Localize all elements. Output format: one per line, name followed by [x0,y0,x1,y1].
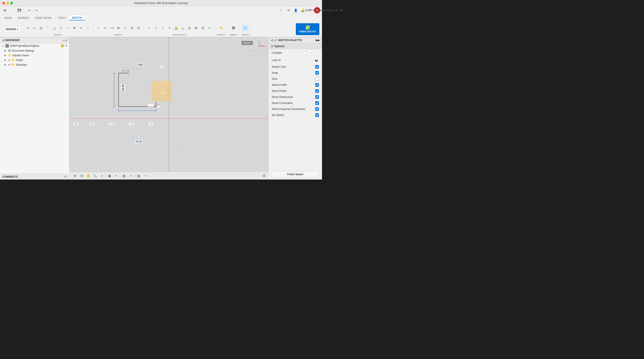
show-constraints-checkbox[interactable] [315,101,319,105]
tab-tools[interactable]: TOOLS [55,16,69,20]
file-menu-icon[interactable]: 📄 [9,7,15,14]
3d-sketch-checkbox[interactable] [315,113,319,117]
tab-surface[interactable]: SURFACE [15,16,32,20]
grid-icon[interactable]: ⊞ [2,7,8,14]
right-view-label: RIGHT [242,41,253,45]
display-mode2-dropdown-icon[interactable]: ▾ [128,173,134,179]
comments-pin-icon[interactable]: | [66,175,67,178]
trim2-icon[interactable]: ✂ [102,25,108,31]
account-icon[interactable]: 👤 [292,7,299,14]
conic-icon[interactable]: ⟊ [85,25,91,31]
fillet-icon[interactable]: ⌐ [64,25,71,31]
equal-icon[interactable]: = [153,25,159,31]
tree-item-sketches[interactable]: ▶ 👁 📁 Sketches [0,62,69,67]
palette-row-lookat: Look At 📷 [268,56,322,64]
sidebar-back-icon[interactable]: ◁ [2,39,4,42]
measure-icon[interactable]: 📏 [218,25,224,31]
tree-item-root[interactable]: ▼ SideProjectBaseOriginal... Y ⚙ [0,43,69,48]
toolbar-actions: DESIGN ▾ ↗ ▭ ◎ ⌒ △ ⊢ ⌐ ✂ ∿ ⟊ CREATE ⌐ [0,22,322,37]
offset-icon[interactable]: ⊡ [129,25,135,31]
collinear-icon[interactable]: / [160,25,166,31]
undo-icon[interactable]: ↩ [26,7,32,14]
comments-expand-icon[interactable]: + [64,175,65,178]
sidebar-header: ◁ BROWSER — | [0,37,69,43]
save-icon[interactable]: 💾 [16,7,22,14]
display-mode-dropdown-icon[interactable]: ▾ [113,173,119,179]
modify-group: ⌐ ✂ ⟶ ⊕ ⤢ ⊡ ⊘ MODIFY [94,22,144,36]
sidebar-collapse-icon[interactable]: — [62,39,65,42]
refresh-icon[interactable]: ↺ [285,7,292,14]
svg-text:Y: Y [255,50,256,52]
concentric-icon[interactable]: ◎ [186,25,192,31]
linetype-square-icon[interactable]: ▭ [314,50,319,55]
spline-icon[interactable]: ∿ [78,25,84,31]
tangent-icon[interactable]: ⌓ [146,25,152,31]
line-icon[interactable]: ↗ [24,25,31,31]
origin-visibility-icon[interactable]: 👁 [8,59,10,62]
palette-section-options[interactable]: ▼ Options [268,43,322,49]
sketch-scale-icon[interactable]: ⤢ [122,25,128,31]
sidebar-pin-icon[interactable]: | [66,39,67,42]
palette-collapse-arrow[interactable]: ◁ [271,39,273,42]
frame-tool-icon[interactable]: ⧉ [79,173,84,179]
fillet2-icon[interactable]: ⌐ [95,25,102,31]
finish-sketch-palette-button[interactable]: Finish Sketch [271,171,319,178]
linetype-arrow-icon[interactable]: ◁ [308,50,313,55]
minimize-button[interactable] [6,2,9,4]
root-label: SideProjectBaseOriginal... [10,44,60,48]
tab-solid[interactable]: SOLID [2,16,14,20]
show-profile-checkbox[interactable] [315,83,319,87]
tree-item-doc-settings[interactable]: ▶ ⚙ Document Settings [0,48,69,53]
finish-sketch-button[interactable]: ✅ FINISH SKETCH [296,23,319,35]
viewport-dropdown-icon[interactable]: ▾ [142,173,148,179]
linetype-label: Linetype [272,51,282,54]
triangle-icon[interactable]: △ [51,25,58,31]
viewport-mode-icon[interactable]: ▨ [136,173,142,179]
parallel-icon[interactable]: × [166,25,172,31]
redo-icon[interactable]: ↪ [33,7,40,14]
sketch-grid-checkbox[interactable] [315,65,319,69]
rectangle-icon[interactable]: ▭ [31,25,37,31]
select-icon[interactable]: ↖ [242,25,248,31]
line2-icon[interactable]: ⊢ [58,25,64,31]
insert-image-icon[interactable]: 🖼 [230,25,236,31]
project-icon[interactable]: ⊘ [136,25,142,31]
tree-item-named-views[interactable]: ▶ 📁 Named Views [0,53,69,58]
midpoint-icon[interactable]: ⊟ [200,25,206,31]
snap-checkbox[interactable] [315,71,319,75]
symmetric-icon[interactable]: ⋈ [193,25,199,31]
design-button[interactable]: DESIGN ▾ [4,26,20,32]
extend-icon[interactable]: ⟶ [109,25,115,31]
tab-sketch[interactable]: SKETCH [69,16,84,20]
tab-sheetmetal[interactable]: SHEET METAL [32,16,54,20]
add-tab-icon[interactable]: ＋ [278,7,284,14]
show-projected-checkbox[interactable] [315,107,319,111]
curvature-icon[interactable]: ∾ [206,25,213,31]
show-points-checkbox[interactable] [315,89,319,93]
arc-icon[interactable]: ⌒ [44,25,51,31]
break-icon[interactable]: ⊕ [116,25,122,31]
circle-icon[interactable]: ◎ [38,25,44,31]
tree-arrow-sketches: ▶ [4,64,7,66]
display-mode2-icon[interactable]: ▧ [121,173,127,179]
display-mode-icon[interactable]: ▣ [107,173,112,179]
maximize-button[interactable] [10,2,13,4]
zoom-tool-icon[interactable]: 🔍 [92,173,98,179]
coincident-icon[interactable]: △ [180,25,186,31]
pan-tool-icon[interactable]: ✋ [86,173,91,179]
tree-item-origin[interactable]: ▶ 👁 📁 Origin [0,58,69,62]
show-dimensions-checkbox[interactable] [315,95,319,99]
slice-checkbox[interactable] [315,77,319,81]
canvas[interactable]: 100 50 -250 -200 -150 -100 -50 [69,37,268,180]
close-button[interactable] [2,2,5,4]
trim-icon[interactable]: ✂ [71,25,78,31]
sketches-visibility-icon[interactable]: 👁 [8,64,10,66]
palette-expand-icon[interactable]: ▶▶ [316,39,320,42]
lock-icon[interactable]: 🔒 [173,25,179,31]
slice-label: Slice [272,77,278,80]
zoom-dropdown-icon[interactable]: ▾ [99,173,105,179]
settings-gear-icon[interactable]: ⚙ [262,174,266,178]
root-settings-icon[interactable]: ⚙ [65,44,67,48]
pivot-tool-icon[interactable]: ⊕ [72,173,78,179]
lookat-camera-icon[interactable]: 📷 [314,58,319,62]
